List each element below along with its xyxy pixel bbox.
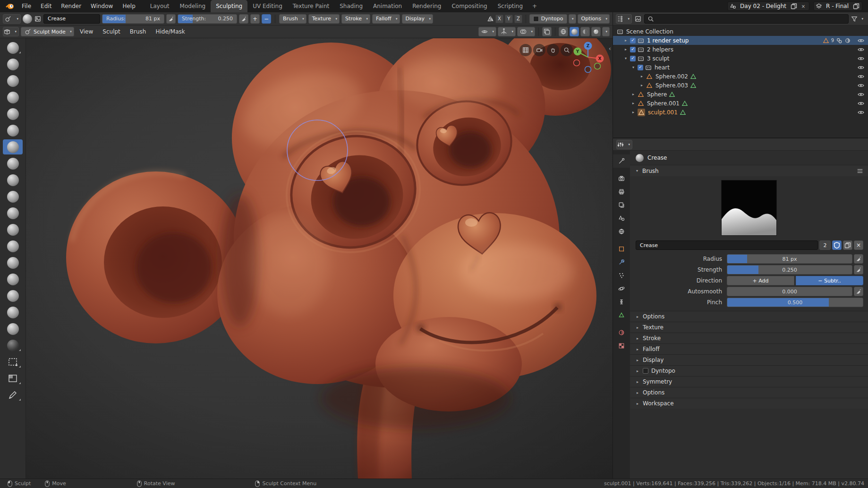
disclosure-triangle-icon[interactable]: ▸: [631, 101, 636, 105]
outliner-row-sculpt-001[interactable]: ▸ sculpt.001: [613, 108, 868, 117]
new-scene-button[interactable]: [790, 2, 798, 10]
tab-object[interactable]: [613, 242, 630, 256]
panel-stroke[interactable]: ▸ Stroke: [630, 333, 868, 343]
tab-physics[interactable]: [613, 282, 630, 295]
brush-elastic-deform-button[interactable]: [3, 255, 23, 270]
outliner-item-label[interactable]: 2 helpers: [646, 46, 673, 53]
outliner-item-label[interactable]: 1 render setup: [646, 37, 689, 44]
brush-fill-button[interactable]: [3, 189, 23, 204]
workspace-tab-uv-editing[interactable]: UV Editing: [247, 0, 288, 12]
tab-view-layer[interactable]: [613, 198, 630, 212]
menu-sculpt[interactable]: Sculpt: [99, 28, 124, 35]
direction-subtract-toggle[interactable]: −: [262, 14, 271, 24]
editor-type-dropdown[interactable]: ▾: [3, 27, 19, 36]
brush-clay-strips-button[interactable]: [3, 73, 23, 88]
workspace-tab-scripting[interactable]: Scripting: [493, 0, 528, 12]
texture-dropdown[interactable]: Texture▾: [308, 14, 340, 24]
shading-wireframe-button[interactable]: [559, 27, 568, 36]
gizmos-dropdown[interactable]: ▾: [498, 27, 516, 36]
brush-smooth-button[interactable]: [3, 156, 23, 171]
outliner-editor-dropdown[interactable]: ▾: [616, 14, 632, 24]
display-dropdown[interactable]: Display▾: [402, 14, 434, 24]
menu-view[interactable]: View: [76, 28, 97, 35]
disclosure-triangle-icon[interactable]: ▾: [631, 65, 636, 69]
strength-pressure-toggle[interactable]: [854, 265, 863, 274]
brush-draw-button[interactable]: [3, 40, 23, 55]
ortho-grid-button[interactable]: [519, 44, 532, 56]
outliner-search[interactable]: [644, 14, 849, 24]
sidebar-toggle-arrow[interactable]: ‹: [609, 45, 611, 52]
brush-crease-button[interactable]: [3, 139, 23, 154]
shading-solid-button[interactable]: [570, 27, 579, 36]
disclosure-triangle-icon[interactable]: ▸: [631, 92, 636, 96]
collection-checkbox[interactable]: ✓: [630, 56, 636, 61]
brush-dropdown[interactable]: Brush▾: [279, 14, 306, 24]
outliner-row-render-setup[interactable]: ▸ ✓ 1 render setup 9: [613, 36, 868, 45]
visibility-toggle[interactable]: [858, 46, 864, 53]
search-input[interactable]: [656, 16, 845, 22]
outliner-item-label[interactable]: 3 sculpt: [646, 55, 670, 62]
overlays-dropdown[interactable]: ▾: [517, 27, 535, 36]
outliner-row-sculpt-collection[interactable]: ▾ ✓ 3 sculpt: [613, 54, 868, 63]
fake-user-toggle[interactable]: [832, 240, 842, 250]
outliner-item-label[interactable]: Sphere.002: [655, 73, 688, 80]
brush-inflate-button[interactable]: [3, 106, 23, 121]
viewport-canvas[interactable]: [0, 38, 613, 479]
mirror-x-toggle[interactable]: X: [495, 15, 503, 23]
dyntopo-toggle[interactable]: Dyntopo: [529, 14, 567, 24]
falloff-dropdown[interactable]: Falloff▾: [372, 14, 400, 24]
brush-pinch-button[interactable]: [3, 222, 23, 237]
direction-add-toggle[interactable]: +: [250, 14, 260, 24]
brush-grab-button[interactable]: [3, 239, 23, 254]
stroke-dropdown[interactable]: Stroke▾: [341, 14, 370, 24]
brush-clay-button[interactable]: [3, 57, 23, 72]
scene-selector[interactable]: Day 02 - Delight ×: [727, 1, 809, 11]
workspace-tab-rendering[interactable]: Rendering: [407, 0, 446, 12]
workspace-tab-texture-paint[interactable]: Texture Paint: [288, 0, 334, 12]
tab-constraints[interactable]: [613, 295, 630, 308]
tab-material[interactable]: [613, 326, 630, 339]
tab-object-data[interactable]: [613, 308, 630, 322]
menu-hide-mask[interactable]: Hide/Mask: [152, 28, 188, 35]
visibility-toggle[interactable]: [858, 91, 864, 98]
options-dropdown[interactable]: Options▾: [578, 14, 610, 24]
outliner-row-heart[interactable]: ▾ ✓ heart: [613, 63, 868, 72]
menu-file[interactable]: File: [17, 3, 36, 9]
disclosure-triangle-icon[interactable]: ▸: [639, 83, 644, 87]
tab-world[interactable]: [613, 225, 630, 238]
collection-checkbox[interactable]: ✓: [630, 38, 636, 43]
visibility-toggle[interactable]: [858, 55, 864, 62]
autosmooth-slider[interactable]: 0.000: [727, 287, 852, 296]
outliner-row-sphere-002[interactable]: ▸ Sphere.002: [613, 72, 868, 81]
outliner-item-label[interactable]: sculpt.001: [647, 109, 678, 116]
menu-window[interactable]: Window: [86, 3, 118, 9]
tab-tool[interactable]: [613, 154, 630, 168]
brush-panel-header[interactable]: ▾ Brush: [630, 165, 868, 176]
new-view-layer-button[interactable]: [852, 2, 860, 10]
disclosure-triangle-icon[interactable]: ▸: [623, 47, 628, 51]
visibility-toggle[interactable]: [858, 109, 864, 116]
tab-scene[interactable]: [613, 212, 630, 225]
navigation-gizmo[interactable]: Z Y X: [570, 39, 606, 75]
panel-dyntopo[interactable]: ▸ Dyntopo: [630, 365, 868, 376]
view-layer-selector[interactable]: R - Final: [813, 1, 862, 11]
delete-scene-button[interactable]: ×: [800, 2, 807, 10]
panel-falloff[interactable]: ▸ Falloff: [630, 343, 868, 354]
menu-edit[interactable]: Edit: [36, 3, 56, 9]
shading-rendered-button[interactable]: [591, 27, 601, 36]
shading-material-button[interactable]: [580, 27, 590, 36]
tool-annotate-button[interactable]: [3, 387, 23, 402]
brush-scrape-button[interactable]: [3, 205, 23, 221]
gizmo-axis-y-negative[interactable]: [595, 63, 601, 69]
gizmo-axis-z[interactable]: Z: [584, 42, 592, 50]
menu-help[interactable]: Help: [118, 3, 140, 9]
collection-checkbox[interactable]: ✓: [630, 47, 636, 52]
collection-checkbox[interactable]: ✓: [638, 65, 643, 70]
users-count-button[interactable]: 2: [819, 240, 831, 250]
brush-thumb-button[interactable]: [3, 288, 23, 303]
camera-view-button[interactable]: [533, 44, 545, 56]
active-tool-dropdown[interactable]: ▾: [3, 14, 21, 24]
scene-name[interactable]: Day 02 - Delight: [738, 3, 788, 9]
dyntopo-panel-checkbox[interactable]: [643, 368, 648, 374]
panel-options[interactable]: ▸ Options: [630, 311, 868, 322]
